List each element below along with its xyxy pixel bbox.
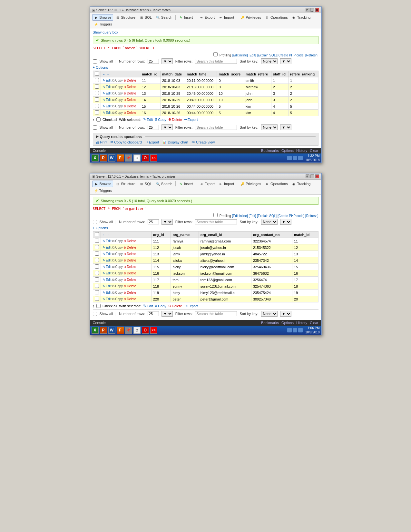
console-options-2[interactable]: Options [281, 321, 294, 325]
tab-operations-match[interactable]: ⚙ Operations [263, 15, 289, 20]
row-checkbox-0[interactable] [95, 78, 99, 82]
org-row-delete-5[interactable]: ⊖ Delete [123, 271, 136, 275]
org-row-delete-8[interactable]: ⊖ Delete [123, 291, 136, 294]
org-row-checkbox-6[interactable] [95, 277, 99, 281]
console-options[interactable]: Options [281, 149, 294, 153]
row-edit-2[interactable]: ✎ Edit [103, 92, 112, 95]
tab-export-org[interactable]: ⇥ Export [197, 181, 216, 187]
explain-sql-link-2[interactable]: [Explain SQL] [257, 214, 277, 218]
org-nav-left[interactable]: ← [103, 233, 106, 237]
org-row-edit-5[interactable]: ✎ Edit [103, 271, 112, 275]
org-row-edit-8[interactable]: ✎ Edit [103, 291, 112, 294]
row-edit-0[interactable]: ✎ Edit [103, 79, 112, 82]
console-clear[interactable]: Clear [310, 149, 318, 153]
org-row-delete-3[interactable]: ⊖ Delete [123, 259, 136, 262]
org-row-copy-0[interactable]: ⧉ Copy [112, 239, 123, 243]
row-delete-1[interactable]: ⊖ Delete [123, 85, 136, 89]
row-delete-3[interactable]: ⊖ Delete [123, 98, 136, 102]
profiling-checkbox[interactable] [213, 52, 218, 56]
tab-search-match[interactable]: 🔍 Search [154, 15, 174, 20]
th-org-contact[interactable]: org_contact_no [251, 232, 292, 238]
app-excel-2[interactable]: X [92, 327, 99, 334]
options-link[interactable]: + Options [93, 65, 318, 69]
row-checkbox-3[interactable] [95, 97, 99, 102]
create-php-link[interactable]: [Create PHP code] [278, 54, 304, 57]
tab-browse-org[interactable]: ▶ Browse [92, 181, 113, 187]
app-word[interactable]: W [108, 154, 115, 162]
ops-export[interactable]: ⇥ Export [145, 140, 159, 144]
org-row-copy-6[interactable]: ⧉ Copy [112, 278, 123, 282]
th-match-score[interactable]: match_score [217, 71, 244, 77]
sort-select6[interactable]: ▼ [280, 311, 291, 317]
close-icon[interactable]: ✕ [315, 8, 319, 12]
row-edit-5[interactable]: ✎ Edit [103, 111, 112, 114]
query-results-ops-title[interactable]: ▶ Query results operations [96, 134, 316, 139]
ws-copy[interactable]: ⧉ Copy [155, 117, 166, 122]
tab-import-match[interactable]: ⇤ Import [217, 15, 236, 20]
minimize-icon[interactable]: _ [310, 8, 314, 12]
th-refere-ranking[interactable]: refere_ranking [288, 71, 318, 77]
org-row-edit-3[interactable]: ✎ Edit [103, 259, 112, 262]
tab-triggers-match[interactable]: ⚡ Triggers [92, 21, 114, 27]
rows-select-org[interactable]: ▼ [161, 219, 173, 225]
org-row-delete-2[interactable]: ⊖ Delete [123, 252, 136, 256]
row-copy-0[interactable]: ⧉ Copy [112, 79, 123, 83]
tab-sql-org[interactable]: ⊞ SQL [138, 181, 153, 187]
sort-select5[interactable]: None [261, 311, 278, 317]
org-row-checkbox-1[interactable] [95, 245, 99, 249]
explain-sql-link[interactable]: [Explain SQL] [257, 54, 277, 57]
ops-display-chart[interactable]: 📊 Display chart [162, 140, 189, 144]
restore-icon[interactable]: ⊡ [306, 8, 309, 12]
app-powerpoint[interactable]: P [100, 154, 107, 162]
refresh-link-2[interactable]: [Refresh] [305, 214, 318, 218]
app-xampp-2[interactable]: XA [150, 327, 157, 334]
ws-org-edit[interactable]: ✎ Edit [143, 304, 153, 308]
tab-insert-org[interactable]: ✎ Insert [177, 181, 195, 187]
app-opera[interactable]: O [142, 154, 149, 162]
th-match-id[interactable]: match_id [140, 71, 161, 77]
rows-input3[interactable] [148, 311, 159, 316]
row-copy-5[interactable]: ⧉ Copy [112, 111, 123, 115]
org-row-edit-6[interactable]: ✎ Edit [103, 278, 112, 281]
edit-inline-link[interactable]: [Edit inline] [232, 54, 248, 57]
ws-org-copy[interactable]: ⧉ Copy [155, 304, 166, 308]
org-row-checkbox-5[interactable] [95, 271, 99, 275]
th-org-name[interactable]: org_name [171, 232, 199, 238]
org-row-delete-1[interactable]: ⊖ Delete [123, 246, 136, 249]
tab-import-org[interactable]: ⇤ Import [217, 181, 236, 187]
org-row-delete-7[interactable]: ⊖ Delete [123, 284, 136, 288]
ops-create-view[interactable]: 👁 Create view [191, 140, 215, 144]
show-query-box-link[interactable]: Show query box [93, 30, 318, 34]
nav-down[interactable]: → [107, 72, 110, 76]
rows-select[interactable]: ▼ [161, 58, 173, 64]
show-all-cb3[interactable] [93, 312, 97, 316]
app-word-2[interactable]: W [108, 327, 115, 334]
tab-triggers-org[interactable]: ⚡ Triggers [92, 188, 114, 193]
org-row-checkbox-9[interactable] [95, 297, 99, 301]
ws-delete[interactable]: ⊖ Delete [168, 117, 182, 122]
ws-org-export[interactable]: ⇥ Export [184, 304, 198, 308]
row-copy-1[interactable]: ⧉ Copy [112, 85, 123, 89]
restore-icon-2[interactable]: ⊡ [306, 174, 309, 178]
select-all-org-cb[interactable] [95, 232, 99, 236]
minimize-icon-2[interactable]: _ [310, 174, 314, 178]
tab-structure-org[interactable]: ⊟ Structure [114, 181, 137, 187]
tab-operations-org[interactable]: ⚙ Operations [263, 181, 289, 187]
tab-export-match[interactable]: ⇥ Export [197, 15, 216, 20]
app-pin[interactable]: 📌 [125, 154, 132, 162]
check-all-org-cb[interactable] [96, 304, 101, 308]
org-row-copy-2[interactable]: ⧉ Copy [112, 252, 123, 256]
org-row-checkbox-4[interactable] [95, 264, 99, 269]
org-row-copy-8[interactable]: ⧉ Copy [112, 291, 123, 295]
refresh-link[interactable]: [Refresh] [305, 54, 318, 57]
org-row-checkbox-2[interactable] [95, 251, 99, 256]
app-chrome-2[interactable]: C [133, 327, 141, 334]
th-match-id-org[interactable]: match_id [292, 232, 318, 238]
filter-input2[interactable] [195, 125, 237, 130]
sort-select-2[interactable]: ▼ [280, 58, 291, 64]
create-php-link-2[interactable]: [Create PHP code] [278, 214, 304, 218]
console-bookmarks[interactable]: Bookmarks [261, 149, 279, 153]
sort-select[interactable]: None [261, 58, 278, 64]
ops-copy-clipboard[interactable]: ⧉ Copy to clipboard [111, 140, 142, 144]
show-all-cb2[interactable] [93, 125, 97, 130]
